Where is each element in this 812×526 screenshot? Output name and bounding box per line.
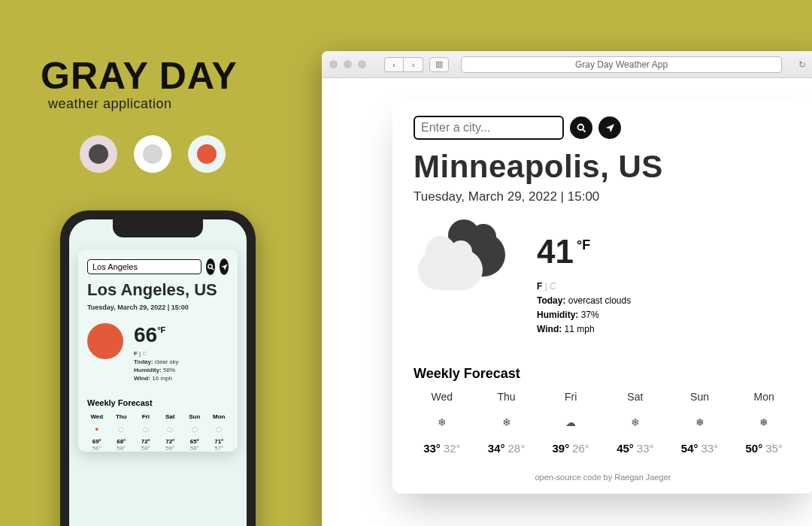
hero-title: GRAY DAY xyxy=(41,54,238,98)
forecast-day: Fri☁39°26° xyxy=(542,391,599,455)
location-arrow-icon xyxy=(604,122,616,134)
swatch-2[interactable] xyxy=(134,135,171,173)
unit-toggle[interactable]: F | C xyxy=(537,281,631,292)
forecast-day-name: Sun xyxy=(185,413,205,420)
traffic-light-max-icon[interactable] xyxy=(358,60,366,68)
forecast-day: Wed❄33°32° xyxy=(414,391,471,455)
forecast-icon: ❅ xyxy=(735,412,792,433)
phone-forecast-day: Thu◌68°58° xyxy=(112,413,132,452)
phone-weather-card: Los Angeles, US Tuesday, March 29, 2022 … xyxy=(78,249,238,452)
browser-sidebar-button[interactable]: ▥ xyxy=(429,57,449,72)
svg-point-2 xyxy=(577,124,583,130)
forecast-low: 28° xyxy=(508,442,526,455)
humidity: Humidity: 37% xyxy=(537,310,631,320)
forecast-day-name: Mon xyxy=(210,413,229,420)
browser-toolbar: ‹ › ▥ Gray Day Weather App ↻ xyxy=(322,51,812,78)
phone-locate-button[interactable] xyxy=(220,258,229,275)
location-arrow-icon xyxy=(220,263,229,271)
forecast-low: 35° xyxy=(765,442,783,455)
phone-unit-toggle[interactable]: F | C xyxy=(134,350,178,357)
forecast-high: 71° xyxy=(214,438,223,445)
forecast-low: 57° xyxy=(214,445,223,452)
phone-forecast-day: Mon◌71°57° xyxy=(210,413,229,452)
credit-line: open-source code by Raegan Jaeger xyxy=(414,473,792,482)
forecast-day-name: Thu xyxy=(112,413,132,420)
swatch-3[interactable] xyxy=(188,135,226,173)
swatch-1[interactable] xyxy=(80,135,117,173)
city-heading: Minneapolis, US xyxy=(414,149,792,185)
forecast-day-name: Mon xyxy=(735,391,792,403)
forecast-day-name: Sat xyxy=(161,413,180,420)
temp-unit: °F xyxy=(577,237,590,252)
forecast-icon: ❅ xyxy=(671,412,729,433)
traffic-light-min-icon[interactable] xyxy=(344,60,352,68)
forecast-high: 33° xyxy=(423,442,441,455)
phone-forecast-day: Sat◌72°59° xyxy=(161,413,180,452)
forecast-day-name: Sun xyxy=(671,391,729,403)
color-swatches xyxy=(80,135,226,173)
city-search-input[interactable] xyxy=(414,116,564,140)
locate-button[interactable] xyxy=(598,116,621,139)
chevron-right-icon: › xyxy=(412,60,415,69)
open-source-link[interactable]: open-source code xyxy=(535,473,601,482)
phone-notch xyxy=(113,219,203,237)
sidebar-icon: ▥ xyxy=(435,59,443,69)
forecast-low: 32° xyxy=(444,442,461,455)
phone-mockup: Los Angeles, US Tuesday, March 29, 2022 … xyxy=(60,210,256,526)
forecast-day-name: Wed xyxy=(87,413,107,420)
forecast-low: 56° xyxy=(92,445,102,452)
browser-reload-button[interactable]: ↻ xyxy=(794,59,810,70)
phone-city: Los Angeles, US xyxy=(87,281,229,299)
browser-back-button[interactable]: ‹ xyxy=(384,57,404,72)
sun-icon xyxy=(87,323,123,359)
phone-search-button[interactable] xyxy=(206,258,215,275)
forecast-high: 65° xyxy=(190,438,199,445)
forecast-day-name: Fri xyxy=(136,413,156,420)
phone-forecast: Wed●69°56°Thu◌68°58°Fri◌72°58°Sat◌72°59°… xyxy=(87,413,229,452)
hero-subtitle: weather application xyxy=(48,96,172,112)
weekly-forecast: Wed❄33°32°Thu❄34°28°Fri☁39°26°Sat❄45°33°… xyxy=(414,391,792,455)
forecast-icon: ❄ xyxy=(478,412,535,433)
phone-forecast-day: Fri◌72°58° xyxy=(136,413,156,452)
svg-line-1 xyxy=(211,268,214,270)
forecast-icon: ❄ xyxy=(607,412,664,433)
phone-forecast-day: Wed●69°56° xyxy=(87,413,107,452)
forecast-low: 58° xyxy=(190,445,199,452)
forecast-low: 58° xyxy=(141,445,150,452)
forecast-high: 50° xyxy=(746,442,763,455)
phone-temp-unit: °F xyxy=(157,325,165,334)
traffic-light-close-icon[interactable] xyxy=(329,60,338,68)
phone-search-input[interactable] xyxy=(87,259,201,274)
swatch-1-inner xyxy=(89,144,108,164)
svg-line-3 xyxy=(583,129,585,132)
forecast-high: 34° xyxy=(488,442,505,455)
search-button[interactable] xyxy=(570,116,592,139)
forecast-icon: ◌ xyxy=(112,424,132,434)
forecast-icon: ☁ xyxy=(542,412,599,433)
forecast-icon: ◌ xyxy=(136,424,156,434)
svg-point-0 xyxy=(208,264,212,268)
forecast-low: 33° xyxy=(637,442,654,455)
reload-icon: ↻ xyxy=(798,59,806,70)
forecast-day: Sat❄45°33° xyxy=(607,391,664,455)
forecast-day-name: Sat xyxy=(607,391,664,403)
search-icon xyxy=(207,263,215,271)
forecast-high: 54° xyxy=(681,442,698,455)
browser-url-bar[interactable]: Gray Day Weather App xyxy=(461,56,782,73)
forecast-high: 69° xyxy=(92,438,102,445)
phone-today: Today: clear sky xyxy=(134,358,178,365)
forecast-high: 72° xyxy=(165,438,174,445)
forecast-high: 45° xyxy=(617,442,634,455)
browser-window: ‹ › ▥ Gray Day Weather App ↻ Minneapolis… xyxy=(322,51,812,526)
forecast-icon: ◌ xyxy=(210,424,229,434)
forecast-icon: ◌ xyxy=(161,424,180,434)
browser-forward-button[interactable]: › xyxy=(404,57,423,72)
phone-weekly-label: Weekly Forecast xyxy=(87,398,229,407)
current-temperature: 41 xyxy=(537,233,574,270)
swatch-3-inner xyxy=(197,144,217,164)
forecast-day-name: Fri xyxy=(542,391,599,403)
phone-humidity: Humidity: 58% xyxy=(134,367,178,373)
forecast-day: Sun❅54°33° xyxy=(671,391,729,455)
weekly-forecast-label: Weekly Forecast xyxy=(414,366,792,382)
phone-forecast-day: Sun◌65°58° xyxy=(185,413,205,452)
